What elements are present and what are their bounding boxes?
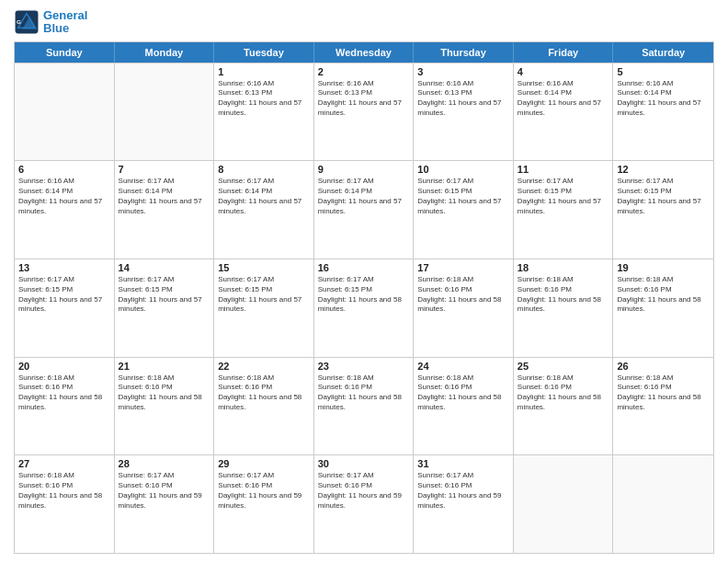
day-info: Sunrise: 6:18 AM Sunset: 6:16 PM Dayligh… [518, 275, 609, 315]
day-header-wednesday: Wednesday [314, 42, 415, 63]
day-number: 23 [318, 361, 410, 372]
day-cell-21: 21Sunrise: 6:18 AM Sunset: 6:16 PM Dayli… [115, 358, 215, 455]
day-number: 30 [318, 458, 410, 469]
day-number: 14 [119, 262, 210, 273]
day-info: Sunrise: 6:17 AM Sunset: 6:15 PM Dayligh… [119, 275, 210, 315]
day-cell-24: 24Sunrise: 6:18 AM Sunset: 6:16 PM Dayli… [414, 358, 514, 455]
day-info: Sunrise: 6:18 AM Sunset: 6:16 PM Dayligh… [18, 471, 110, 511]
day-number: 15 [218, 262, 310, 273]
day-cell-1: 1Sunrise: 6:16 AM Sunset: 6:13 PM Daylig… [214, 63, 314, 161]
day-info: Sunrise: 6:17 AM Sunset: 6:15 PM Dayligh… [518, 177, 609, 216]
day-info: Sunrise: 6:17 AM Sunset: 6:16 PM Dayligh… [417, 471, 509, 511]
day-cell-27: 27Sunrise: 6:18 AM Sunset: 6:16 PM Dayli… [15, 455, 115, 553]
day-number: 25 [518, 361, 609, 372]
day-info: Sunrise: 6:17 AM Sunset: 6:14 PM Dayligh… [318, 177, 410, 216]
day-cell-17: 17Sunrise: 6:18 AM Sunset: 6:16 PM Dayli… [414, 259, 514, 357]
page: G General Blue SundayMondayTuesdayWednes… [0, 0, 728, 563]
day-cell-16: 16Sunrise: 6:17 AM Sunset: 6:15 PM Dayli… [314, 259, 415, 357]
day-cell-31: 31Sunrise: 6:17 AM Sunset: 6:16 PM Dayli… [414, 455, 514, 553]
day-number: 20 [18, 361, 110, 372]
logo: G General Blue [14, 9, 87, 36]
day-info: Sunrise: 6:18 AM Sunset: 6:16 PM Dayligh… [318, 373, 410, 413]
day-number: 16 [318, 262, 410, 273]
day-cell-2: 2Sunrise: 6:16 AM Sunset: 6:13 PM Daylig… [314, 63, 415, 161]
day-number: 28 [119, 458, 210, 469]
day-cell-4: 4Sunrise: 6:16 AM Sunset: 6:14 PM Daylig… [514, 63, 614, 161]
day-cell-13: 13Sunrise: 6:17 AM Sunset: 6:15 PM Dayli… [15, 259, 115, 357]
calendar: SundayMondayTuesdayWednesdayThursdayFrid… [14, 41, 714, 554]
day-header-saturday: Saturday [613, 42, 713, 63]
day-cell-10: 10Sunrise: 6:17 AM Sunset: 6:15 PM Dayli… [414, 161, 514, 259]
day-info: Sunrise: 6:16 AM Sunset: 6:13 PM Dayligh… [218, 79, 310, 119]
day-cell-30: 30Sunrise: 6:17 AM Sunset: 6:16 PM Dayli… [314, 455, 415, 553]
day-info: Sunrise: 6:16 AM Sunset: 6:13 PM Dayligh… [417, 79, 509, 119]
day-cell-19: 19Sunrise: 6:18 AM Sunset: 6:16 PM Dayli… [613, 259, 713, 357]
day-info: Sunrise: 6:17 AM Sunset: 6:15 PM Dayligh… [617, 177, 710, 216]
day-number: 31 [417, 458, 509, 469]
day-header-sunday: Sunday [15, 42, 115, 63]
day-cell-9: 9Sunrise: 6:17 AM Sunset: 6:14 PM Daylig… [314, 161, 415, 259]
day-cell-18: 18Sunrise: 6:18 AM Sunset: 6:16 PM Dayli… [514, 259, 614, 357]
day-info: Sunrise: 6:16 AM Sunset: 6:14 PM Dayligh… [518, 79, 609, 119]
day-header-friday: Friday [514, 42, 614, 63]
day-number: 5 [617, 66, 710, 77]
day-number: 9 [318, 164, 410, 175]
day-info: Sunrise: 6:17 AM Sunset: 6:16 PM Dayligh… [119, 471, 210, 511]
empty-cell [115, 63, 215, 161]
week-row-2: 6Sunrise: 6:16 AM Sunset: 6:14 PM Daylig… [15, 160, 713, 259]
day-header-tuesday: Tuesday [214, 42, 314, 63]
day-info: Sunrise: 6:18 AM Sunset: 6:16 PM Dayligh… [218, 373, 310, 413]
day-cell-29: 29Sunrise: 6:17 AM Sunset: 6:16 PM Dayli… [214, 455, 314, 553]
day-cell-22: 22Sunrise: 6:18 AM Sunset: 6:16 PM Dayli… [214, 358, 314, 455]
day-cell-7: 7Sunrise: 6:17 AM Sunset: 6:14 PM Daylig… [115, 161, 215, 259]
day-info: Sunrise: 6:16 AM Sunset: 6:13 PM Dayligh… [318, 79, 410, 119]
day-number: 13 [18, 262, 110, 273]
day-number: 21 [119, 361, 210, 372]
day-info: Sunrise: 6:17 AM Sunset: 6:16 PM Dayligh… [318, 471, 410, 511]
day-number: 18 [518, 262, 609, 273]
day-cell-11: 11Sunrise: 6:17 AM Sunset: 6:15 PM Dayli… [514, 161, 614, 259]
week-row-1: 1Sunrise: 6:16 AM Sunset: 6:13 PM Daylig… [15, 63, 713, 161]
day-info: Sunrise: 6:18 AM Sunset: 6:16 PM Dayligh… [417, 373, 509, 413]
day-info: Sunrise: 6:16 AM Sunset: 6:14 PM Dayligh… [18, 177, 110, 216]
day-number: 22 [218, 361, 310, 372]
day-cell-25: 25Sunrise: 6:18 AM Sunset: 6:16 PM Dayli… [514, 358, 614, 455]
day-cell-3: 3Sunrise: 6:16 AM Sunset: 6:13 PM Daylig… [414, 63, 514, 161]
day-number: 29 [218, 458, 310, 469]
day-number: 2 [318, 66, 410, 77]
day-number: 10 [417, 164, 509, 175]
day-number: 8 [218, 164, 310, 175]
week-row-4: 20Sunrise: 6:18 AM Sunset: 6:16 PM Dayli… [15, 357, 713, 455]
day-info: Sunrise: 6:18 AM Sunset: 6:16 PM Dayligh… [617, 275, 710, 315]
day-cell-6: 6Sunrise: 6:16 AM Sunset: 6:14 PM Daylig… [15, 161, 115, 259]
empty-cell [514, 455, 614, 553]
day-info: Sunrise: 6:17 AM Sunset: 6:14 PM Dayligh… [218, 177, 310, 216]
empty-cell [613, 455, 713, 553]
logo-icon: G [14, 9, 40, 35]
day-number: 11 [518, 164, 609, 175]
day-number: 3 [417, 66, 509, 77]
day-cell-15: 15Sunrise: 6:17 AM Sunset: 6:15 PM Dayli… [214, 259, 314, 357]
day-cell-12: 12Sunrise: 6:17 AM Sunset: 6:15 PM Dayli… [613, 161, 713, 259]
day-cell-5: 5Sunrise: 6:16 AM Sunset: 6:14 PM Daylig… [613, 63, 713, 161]
day-info: Sunrise: 6:18 AM Sunset: 6:16 PM Dayligh… [518, 373, 609, 413]
day-number: 6 [18, 164, 110, 175]
day-number: 12 [617, 164, 710, 175]
day-info: Sunrise: 6:17 AM Sunset: 6:15 PM Dayligh… [18, 275, 110, 315]
day-cell-23: 23Sunrise: 6:18 AM Sunset: 6:16 PM Dayli… [314, 358, 415, 455]
day-cell-26: 26Sunrise: 6:18 AM Sunset: 6:16 PM Dayli… [613, 358, 713, 455]
calendar-body: 1Sunrise: 6:16 AM Sunset: 6:13 PM Daylig… [15, 63, 713, 553]
logo-text: General Blue [43, 9, 87, 36]
day-cell-14: 14Sunrise: 6:17 AM Sunset: 6:15 PM Dayli… [115, 259, 215, 357]
empty-cell [15, 63, 115, 161]
day-number: 1 [218, 66, 310, 77]
day-info: Sunrise: 6:18 AM Sunset: 6:16 PM Dayligh… [417, 275, 509, 315]
week-row-5: 27Sunrise: 6:18 AM Sunset: 6:16 PM Dayli… [15, 454, 713, 553]
day-number: 27 [18, 458, 110, 469]
svg-text:G: G [17, 18, 21, 25]
day-cell-8: 8Sunrise: 6:17 AM Sunset: 6:14 PM Daylig… [214, 161, 314, 259]
day-info: Sunrise: 6:17 AM Sunset: 6:15 PM Dayligh… [318, 275, 410, 315]
day-info: Sunrise: 6:17 AM Sunset: 6:16 PM Dayligh… [218, 471, 310, 511]
day-info: Sunrise: 6:17 AM Sunset: 6:15 PM Dayligh… [218, 275, 310, 315]
day-number: 7 [119, 164, 210, 175]
